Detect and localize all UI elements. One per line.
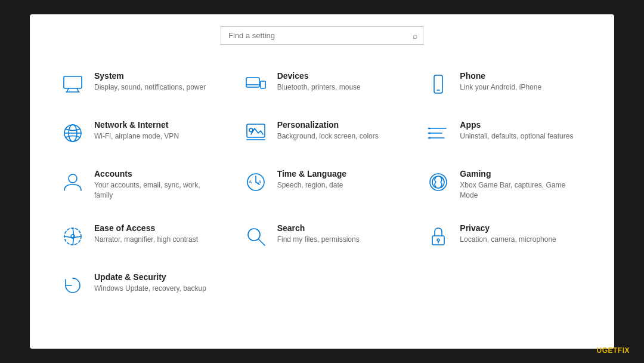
system-icon: [60, 71, 86, 97]
settings-item-apps[interactable]: AppsUninstall, defaults, optional featur…: [419, 112, 590, 155]
search-bar-container: ⌕: [221, 26, 423, 45]
settings-item-ease[interactable]: Ease of AccessNarrator, magnifier, high …: [54, 215, 225, 258]
svg-text:A: A: [258, 179, 262, 184]
svg-line-32: [259, 239, 265, 245]
phone-title: Phone: [460, 71, 541, 81]
settings-item-gaming[interactable]: GamingXbox Game Bar, captures, Game Mode: [419, 161, 590, 209]
apps-icon: [425, 120, 451, 146]
svg-rect-0: [64, 76, 82, 88]
devices-title: Devices: [277, 71, 361, 81]
phone-icon: [425, 71, 451, 97]
update-icon: [60, 272, 86, 299]
svg-point-21: [69, 174, 77, 183]
svg-point-31: [248, 229, 260, 241]
settings-item-time[interactable]: AATime & LanguageSpeech, region, date: [237, 161, 408, 209]
ease-icon: [60, 223, 86, 250]
update-desc: Windows Update, recovery, backup: [94, 284, 206, 294]
apps-title: Apps: [460, 120, 573, 130]
accounts-icon: [60, 169, 86, 195]
svg-line-1: [67, 88, 69, 92]
gaming-title: Gaming: [460, 169, 584, 179]
accounts-desc: Your accounts, email, sync, work, family: [94, 180, 219, 201]
settings-item-update[interactable]: Update & SecurityWindows Update, recover…: [54, 264, 225, 307]
settings-item-devices[interactable]: DevicesBluetooth, printers, mouse: [237, 63, 408, 106]
system-desc: Display, sound, notifications, power: [94, 82, 206, 93]
ease-desc: Narrator, magnifier, high contrast: [94, 235, 198, 245]
svg-line-2: [77, 88, 79, 92]
svg-text:A: A: [249, 179, 252, 184]
search-title: Search: [277, 223, 360, 233]
privacy-icon: [425, 223, 451, 250]
time-icon: AA: [243, 169, 269, 195]
time-desc: Speech, region, date: [277, 180, 346, 190]
time-title: Time & Language: [277, 169, 346, 179]
search-icon: [243, 223, 269, 250]
privacy-title: Privacy: [460, 223, 556, 233]
network-desc: Wi-Fi, airplane mode, VPN: [94, 131, 179, 141]
search-desc: Find my files, permissions: [277, 235, 360, 245]
settings-grid: SystemDisplay, sound, notifications, pow…: [54, 63, 590, 307]
personalization-desc: Background, lock screen, colors: [277, 131, 379, 141]
settings-item-system[interactable]: SystemDisplay, sound, notifications, pow…: [54, 63, 225, 106]
network-title: Network & Internet: [94, 120, 179, 130]
settings-item-accounts[interactable]: AccountsYour accounts, email, sync, work…: [54, 161, 225, 209]
search-icon: ⌕: [413, 31, 417, 41]
svg-point-14: [249, 128, 253, 132]
update-title: Update & Security: [94, 272, 206, 282]
watermark: UGETFIX: [596, 346, 630, 355]
svg-point-28: [432, 176, 444, 188]
svg-rect-4: [246, 78, 259, 87]
personalization-title: Personalization: [277, 120, 379, 130]
settings-item-privacy[interactable]: PrivacyLocation, camera, microphone: [419, 215, 590, 258]
settings-item-personalization[interactable]: PersonalizationBackground, lock screen, …: [237, 112, 408, 155]
network-icon: [60, 120, 86, 146]
search-input[interactable]: [221, 26, 423, 45]
system-title: System: [94, 71, 206, 81]
apps-desc: Uninstall, defaults, optional features: [460, 131, 573, 141]
gaming-icon: [425, 169, 451, 195]
ease-title: Ease of Access: [94, 223, 198, 233]
settings-item-network[interactable]: Network & InternetWi-Fi, airplane mode, …: [54, 112, 225, 155]
devices-icon: [243, 71, 269, 97]
svg-rect-5: [261, 81, 265, 88]
settings-window: ⌕ SystemDisplay, sound, notifications, p…: [30, 14, 614, 349]
personalization-icon: [243, 120, 269, 146]
accounts-title: Accounts: [94, 169, 219, 179]
settings-item-phone[interactable]: PhoneLink your Android, iPhone: [419, 63, 590, 106]
privacy-desc: Location, camera, microphone: [460, 235, 556, 245]
settings-item-search[interactable]: SearchFind my files, permissions: [237, 215, 408, 258]
devices-desc: Bluetooth, printers, mouse: [277, 82, 361, 93]
gaming-desc: Xbox Game Bar, captures, Game Mode: [460, 180, 584, 201]
phone-desc: Link your Android, iPhone: [460, 82, 541, 93]
